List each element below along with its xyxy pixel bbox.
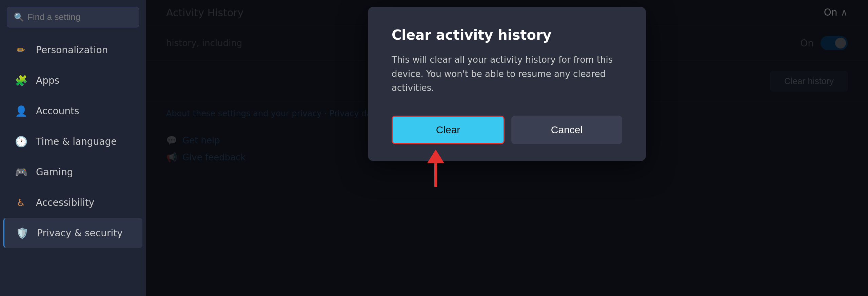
apps-icon: 🧩 — [14, 73, 28, 88]
modal-title: Clear activity history — [392, 27, 622, 43]
sidebar-item-accounts[interactable]: 👤 Accounts — [3, 96, 142, 126]
sidebar-label-apps: Apps — [36, 75, 59, 86]
main-content: On ∧ Activity History history, including… — [146, 0, 868, 296]
red-arrow — [422, 150, 449, 192]
sidebar-item-time[interactable]: 🕐 Time & language — [3, 126, 142, 156]
modal-overlay: Clear activity history This will clear a… — [146, 0, 868, 296]
sidebar-item-privacy[interactable]: 🛡️ Privacy & security — [3, 218, 142, 248]
nav-items: ✏️ Personalization 🧩 Apps 👤 Accounts 🕐 T… — [0, 31, 146, 296]
sidebar-label-time: Time & language — [36, 136, 117, 147]
sidebar-item-accessibility[interactable]: ♿ Accessibility — [3, 188, 142, 217]
modal-dialog: Clear activity history This will clear a… — [368, 7, 646, 161]
personalization-icon: ✏️ — [14, 42, 28, 57]
svg-marker-1 — [427, 150, 444, 163]
sidebar-item-gaming[interactable]: 🎮 Gaming — [3, 157, 142, 187]
cancel-button[interactable]: Cancel — [511, 116, 622, 144]
search-input[interactable] — [27, 12, 132, 22]
search-icon: 🔍 — [14, 13, 24, 22]
modal-buttons: Clear Cancel — [392, 116, 622, 144]
accessibility-icon: ♿ — [14, 195, 28, 210]
modal-body: This will clear all your activity histor… — [392, 53, 622, 95]
time-icon: 🕐 — [14, 134, 28, 149]
sidebar-label-personalization: Personalization — [36, 44, 108, 56]
accounts-icon: 👤 — [14, 103, 28, 118]
sidebar-item-apps[interactable]: 🧩 Apps — [3, 65, 142, 95]
sidebar-label-accounts: Accounts — [36, 105, 79, 117]
privacy-icon: 🛡️ — [15, 225, 29, 240]
sidebar-label-privacy: Privacy & security — [37, 228, 123, 239]
sidebar: 🔍 ✏️ Personalization 🧩 Apps 👤 Accounts 🕐… — [0, 0, 146, 296]
search-box[interactable]: 🔍 — [7, 7, 139, 27]
gaming-icon: 🎮 — [14, 164, 28, 179]
arrow-svg — [422, 150, 449, 190]
sidebar-label-accessibility: Accessibility — [36, 197, 94, 208]
sidebar-label-gaming: Gaming — [36, 166, 73, 178]
sidebar-item-personalization[interactable]: ✏️ Personalization — [3, 35, 142, 65]
clear-button[interactable]: Clear — [392, 116, 505, 144]
